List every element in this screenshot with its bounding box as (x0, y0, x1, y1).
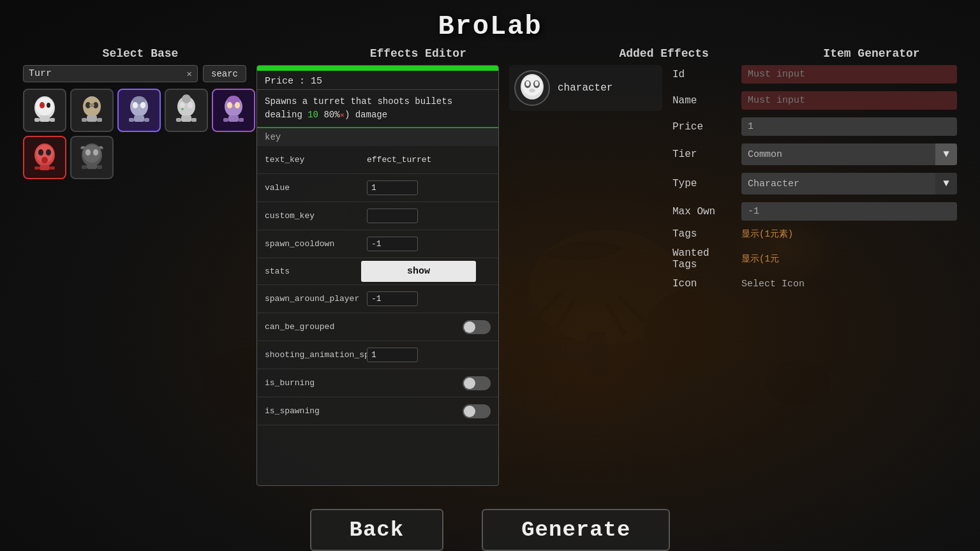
app-title: BroLab (438, 11, 542, 42)
svg-rect-47 (239, 118, 244, 122)
search-button[interactable]: searc (203, 65, 246, 82)
char-item-4[interactable] (165, 89, 208, 132)
ig-row-max-own: Max Own (672, 202, 957, 221)
ig-row-name: Name (672, 91, 957, 110)
custom-key-input[interactable] (367, 209, 418, 223)
char-item-7[interactable] (70, 136, 114, 179)
ig-type-value: Character (741, 175, 935, 193)
select-base-panel: × searc (23, 65, 246, 499)
svg-point-58 (85, 149, 91, 156)
char-item-3[interactable] (117, 89, 161, 132)
ig-tags-value[interactable]: 显示(1元素) (741, 228, 793, 240)
generate-button[interactable]: Generate (482, 509, 670, 551)
text-key-label: text_key (265, 155, 367, 165)
ig-row-icon: Icon Select Icon (672, 278, 957, 290)
added-effects-label: Added Effects (581, 47, 747, 60)
effect-row-value: value (257, 174, 498, 202)
svg-rect-25 (97, 118, 102, 122)
text-key-value: effect_turret (367, 155, 491, 165)
ig-id-label: Id (672, 69, 736, 80)
effect-row-can-be-grouped: can_be_grouped (257, 313, 498, 341)
item-generator-panel: Id Name Price Tier Common ▼ Type Charact… (672, 65, 957, 499)
effect-row-spawn-around: spawn_around_player (257, 285, 498, 313)
ig-id-input[interactable] (741, 65, 957, 84)
svg-point-15 (47, 103, 50, 108)
svg-rect-23 (87, 115, 97, 122)
effect-row-shooting-anim: shooting_animation_speed (257, 341, 498, 369)
search-row: × searc (23, 65, 246, 82)
spawn-around-label: spawn_around_player (265, 294, 367, 304)
svg-rect-16 (40, 115, 50, 122)
added-effect-item-character: character (509, 65, 662, 111)
effect-row-stats: stats show (257, 258, 498, 285)
is-burning-toggle[interactable] (463, 376, 491, 390)
svg-rect-24 (82, 118, 87, 122)
is-burning-track[interactable] (463, 376, 491, 390)
svg-point-68 (535, 81, 538, 86)
svg-rect-40 (191, 118, 197, 122)
svg-rect-18 (50, 118, 55, 122)
can-be-grouped-track[interactable] (463, 320, 491, 334)
value-input[interactable] (367, 180, 418, 195)
ig-icon-select[interactable]: Select Icon (741, 279, 805, 290)
svg-point-28 (133, 102, 138, 108)
search-input[interactable] (29, 68, 182, 79)
effect-desc-value: 10 (308, 110, 318, 120)
svg-rect-17 (34, 118, 40, 122)
ig-price-input[interactable] (741, 117, 957, 136)
svg-point-43 (227, 102, 232, 108)
effect-row-text-key: text_key effect_turret (257, 146, 498, 174)
svg-point-13 (36, 98, 54, 115)
is-spawning-toggle[interactable] (463, 404, 491, 418)
effect-price: Price : 15 (257, 71, 498, 90)
item-generator-label: Item Generator (789, 47, 954, 60)
svg-point-36 (188, 102, 193, 108)
search-wrapper[interactable]: × (23, 65, 198, 82)
svg-point-44 (235, 102, 240, 108)
ig-price-label: Price (672, 121, 736, 133)
ig-type-arrow[interactable]: ▼ (935, 173, 957, 195)
svg-point-22 (89, 103, 94, 107)
svg-point-69 (529, 89, 535, 92)
ig-type-dropdown[interactable]: Character ▼ (741, 173, 957, 195)
back-button[interactable]: Back (310, 509, 444, 551)
char-item-2[interactable] (70, 89, 114, 132)
is-spawning-track[interactable] (463, 404, 491, 418)
char-item-6[interactable] (23, 136, 66, 179)
char-item-5[interactable] (212, 89, 255, 132)
effect-header-bar (257, 66, 498, 71)
svg-point-35 (180, 102, 185, 108)
effects-editor-label: Effects Editor (297, 47, 539, 60)
ig-tier-dropdown[interactable]: Common ▼ (741, 143, 957, 165)
svg-rect-46 (223, 118, 228, 122)
spawn-cooldown-input[interactable] (367, 237, 418, 251)
svg-point-57 (83, 145, 101, 163)
stats-show-button[interactable]: show (361, 261, 476, 282)
char-item-1[interactable] (23, 89, 66, 132)
can-be-grouped-label: can_be_grouped (265, 322, 367, 332)
spawn-around-input[interactable] (367, 291, 418, 306)
can-be-grouped-thumb (464, 321, 475, 333)
ig-tier-arrow[interactable]: ▼ (935, 143, 957, 165)
ig-row-wanted-tags: Wanted Tags 显示(1元 (672, 247, 957, 270)
svg-rect-55 (50, 166, 55, 170)
ig-tier-label: Tier (672, 149, 736, 160)
svg-point-37 (181, 108, 184, 110)
ig-row-id: Id (672, 65, 957, 84)
ig-wanted-tags-value[interactable]: 显示(1元 (741, 253, 779, 265)
clear-button[interactable]: × (186, 68, 192, 79)
shooting-anim-input[interactable] (367, 348, 418, 362)
svg-point-29 (140, 102, 145, 108)
shooting-anim-label: shooting_animation_speed (265, 350, 367, 360)
ig-max-own-input[interactable] (741, 202, 957, 221)
svg-rect-38 (181, 115, 191, 122)
effect-key-section: key (257, 128, 498, 146)
can-be-grouped-toggle[interactable] (463, 320, 491, 334)
app-header: BroLab (0, 0, 980, 47)
ig-wanted-tags-label: Wanted Tags (672, 247, 736, 270)
effect-row-spawn-cooldown: spawn_cooldown (257, 230, 498, 258)
ig-name-input[interactable] (741, 91, 957, 110)
svg-rect-62 (97, 165, 102, 169)
stats-label: stats (265, 267, 341, 276)
is-burning-label: is_burning (265, 378, 367, 388)
